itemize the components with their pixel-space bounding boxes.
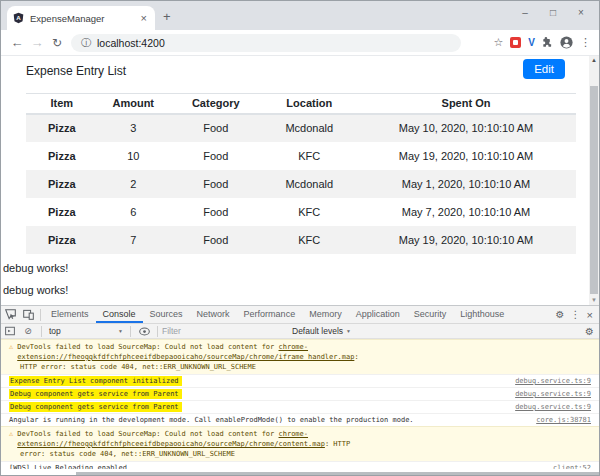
devtools-close-icon[interactable]: ×: [587, 309, 593, 321]
window-controls: – □ ×: [511, 3, 595, 23]
console-warning-row: ⚠ DevTools failed to load SourceMap: Cou…: [1, 339, 599, 374]
table-cell: May 19, 2020, 10:10:10 AM: [356, 142, 576, 170]
console-log-text: Expense Entry List component initialized: [9, 377, 182, 386]
console-toolbar: ⊘ top ▼ Default levels ▼ ⚙: [1, 324, 599, 339]
console-source-link[interactable]: debug.service.ts:9: [515, 403, 591, 412]
page-title: Expense Entry List: [26, 64, 126, 78]
close-icon[interactable]: ×: [567, 3, 595, 23]
column-header: Spent On: [356, 94, 576, 114]
console-sidebar-icon[interactable]: [1, 324, 19, 338]
console-settings-icon[interactable]: ⚙: [585, 326, 594, 337]
devtools-tab-application[interactable]: Application: [349, 306, 407, 323]
scroll-up-icon[interactable]: ▲: [589, 56, 599, 65]
console-context-value: top: [49, 326, 61, 336]
devtools-panel: ElementsConsoleSourcesNetworkPerformance…: [1, 305, 599, 471]
bookmark-star-icon[interactable]: ☆: [493, 36, 503, 49]
table-row: Pizza7FoodKFCMay 19, 2020, 10:10:10 AM: [26, 226, 576, 254]
inspect-element-icon[interactable]: [1, 306, 19, 323]
site-info-icon[interactable]: ⓘ: [81, 36, 91, 50]
warning-icon: ⚠: [9, 342, 13, 362]
angular-logo-icon: A: [13, 12, 24, 24]
table-cell: 10: [98, 142, 170, 170]
table-row: Pizza10FoodKFCMay 19, 2020, 10:10:10 AM: [26, 142, 576, 170]
console-log-text: Debug component gets service from Parent: [9, 390, 182, 399]
page-content: Expense Entry List Edit ItemAmountCatego…: [1, 56, 599, 305]
divider: [130, 326, 131, 337]
table-cell: May 1, 2020, 10:10:10 AM: [356, 170, 576, 198]
table-cell: KFC: [263, 198, 357, 226]
devtools-tabbar-right: ⚙ ⋮ ×: [556, 309, 599, 321]
page-scrollbar[interactable]: ▲ ▼: [589, 56, 599, 305]
table-cell: KFC: [263, 226, 357, 254]
warning-icon: ⚠: [9, 429, 13, 449]
debug-works-line: debug works!: [3, 284, 68, 296]
devtools-tab-elements[interactable]: Elements: [44, 306, 96, 323]
console-log-text: Debug component gets service from Parent: [9, 403, 182, 412]
table-cell: May 7, 2020, 10:10:10 AM: [356, 198, 576, 226]
console-source-link[interactable]: debug.service.ts:9: [515, 390, 591, 399]
devtools-tab-network[interactable]: Network: [190, 306, 237, 323]
table-cell: 7: [98, 226, 170, 254]
tab-close-icon[interactable]: ×: [139, 12, 149, 24]
divider: [40, 309, 41, 321]
clear-console-icon[interactable]: ⊘: [19, 324, 37, 338]
devtools-tab-sources[interactable]: Sources: [143, 306, 190, 323]
minimize-icon[interactable]: –: [511, 3, 539, 23]
table-cell: Food: [169, 114, 263, 142]
chevron-down-icon: ▼: [118, 328, 123, 334]
table-cell: Food: [169, 142, 263, 170]
devtools-tab-memory[interactable]: Memory: [302, 306, 349, 323]
console-filter-input[interactable]: [162, 326, 292, 336]
scroll-down-icon[interactable]: ▼: [589, 296, 599, 305]
extension-v-icon[interactable]: V: [528, 37, 535, 48]
browser-tab[interactable]: A ExpenseManager ×: [7, 6, 155, 30]
device-toolbar-icon[interactable]: [19, 306, 37, 323]
table-cell: Mcdonald: [263, 170, 357, 198]
expense-table: ItemAmountCategoryLocationSpent On Pizza…: [26, 93, 576, 254]
scrollbar-thumb[interactable]: [590, 86, 598, 294]
devtools-tab-security[interactable]: Security: [407, 306, 454, 323]
table-cell: Mcdonald: [263, 114, 357, 142]
profile-avatar-icon[interactable]: [560, 36, 573, 49]
console-source-link[interactable]: debug.service.ts:9: [515, 377, 591, 386]
maximize-icon[interactable]: □: [539, 3, 567, 23]
console-warning-text: DevTools failed to load SourceMap: Could…: [17, 429, 591, 449]
edit-button[interactable]: Edit: [523, 59, 565, 79]
debug-works-line: debug works!: [3, 262, 68, 274]
table-header-row: ItemAmountCategoryLocationSpent On: [26, 94, 576, 114]
console-source-link[interactable]: core.js:38781: [536, 416, 591, 425]
console-log-row: Expense Entry List component initialized…: [1, 374, 599, 387]
devtools-menu-icon[interactable]: ⋮: [571, 309, 581, 320]
forward-icon[interactable]: →: [27, 35, 47, 50]
table-cell: Pizza: [26, 114, 98, 142]
devtools-tab-bar: ElementsConsoleSourcesNetworkPerformance…: [1, 306, 599, 324]
console-context-select[interactable]: top ▼: [46, 326, 126, 336]
table-cell: May 10, 2020, 10:10:10 AM: [356, 114, 576, 142]
address-bar[interactable]: ⓘ localhost:4200: [71, 34, 461, 52]
console-log-row: Angular is running in the development mo…: [1, 413, 599, 426]
column-header: Location: [263, 94, 357, 114]
new-tab-button[interactable]: +: [163, 9, 171, 24]
extensions-puzzle-icon[interactable]: [542, 37, 553, 48]
live-expression-eye-icon[interactable]: [135, 324, 153, 338]
console-log-text: Angular is running in the development mo…: [9, 416, 414, 425]
column-header: Category: [169, 94, 263, 114]
back-icon[interactable]: ←: [7, 35, 27, 50]
table-cell: Pizza: [26, 226, 98, 254]
extension-red-icon[interactable]: [510, 37, 521, 48]
devtools-tab-console[interactable]: Console: [96, 306, 143, 323]
table-cell: 2: [98, 170, 170, 198]
console-levels-select[interactable]: Default levels ▼: [292, 326, 351, 336]
devtools-settings-icon[interactable]: ⚙: [556, 309, 565, 320]
console-warning-text-line2: HTTP error: status code 404, net::ERR_UN…: [9, 362, 591, 372]
divider: [41, 326, 42, 337]
devtools-tab-lighthouse[interactable]: Lighthouse: [453, 306, 511, 323]
divider: [157, 326, 158, 337]
url-text[interactable]: localhost:4200: [97, 37, 165, 49]
bottom-scrollbar[interactable]: [76, 472, 599, 475]
reload-icon[interactable]: ↻: [47, 36, 67, 50]
browser-window: A ExpenseManager × + – □ × ← → ↻ ⓘ local…: [0, 0, 600, 476]
browser-menu-icon[interactable]: ⋮: [580, 36, 591, 49]
table-cell: KFC: [263, 142, 357, 170]
devtools-tab-performance[interactable]: Performance: [237, 306, 303, 323]
